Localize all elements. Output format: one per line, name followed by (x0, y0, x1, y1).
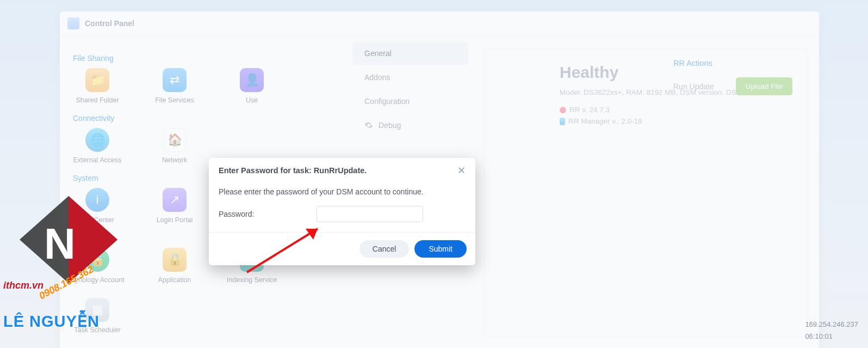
cancel-button[interactable]: Cancel (359, 240, 410, 258)
meta-time: 06:10:01 (805, 331, 858, 343)
password-label: Password: (219, 210, 306, 218)
password-modal: Enter Password for task: RunRrUpdate. ✕ … (209, 158, 475, 265)
bottom-meta: 169.254.246.237 06:10:01 (805, 319, 858, 343)
meta-ip: 169.254.246.237 (805, 319, 858, 331)
modal-title: Enter Password for task: RunRrUpdate. (219, 166, 367, 175)
close-icon[interactable]: ✕ (457, 166, 466, 175)
submit-button[interactable]: Submit (414, 240, 467, 258)
modal-prompt: Please enter the password of your DSM ac… (219, 187, 466, 196)
password-input[interactable] (317, 206, 423, 222)
